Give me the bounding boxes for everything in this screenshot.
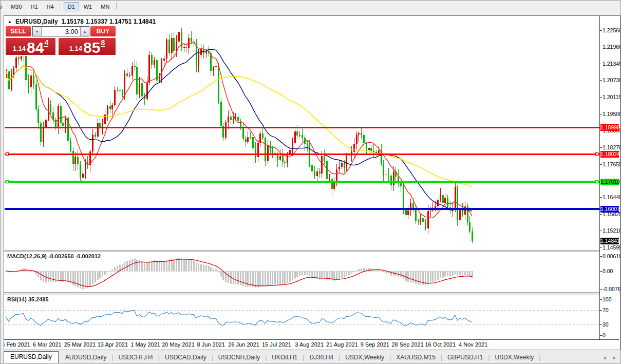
macd-axis-label: -0.00762: [603, 286, 621, 293]
toolbar-separator: [61, 3, 62, 10]
timeframe-button-5[interactable]: 5: [1, 2, 6, 11]
tab-usdx-weekly[interactable]: USDX,Weekly: [490, 352, 538, 363]
chart-window: 1.225601.219601.213451.207301.201151.195…: [4, 15, 620, 350]
volume-increase-icon[interactable]: ▲: [80, 27, 89, 36]
chart-tab-bar: EURUSD,DailyAUDUSD,Daily|USDCHF,H4|USDCA…: [1, 351, 621, 363]
tab-usdcnh-daily[interactable]: USDCNH,Daily: [214, 352, 265, 363]
price-axis-label: 1.20115: [603, 94, 621, 101]
price-level-badge: 1.18024: [600, 151, 619, 158]
date-axis: 16 Feb 20216 Mar 202125 Mar 202113 Apr 2…: [4, 339, 619, 349]
date-axis-label: 16 Feb 2021: [4, 341, 30, 348]
date-axis-label: 3 Aug 2021: [295, 341, 324, 348]
tab-scroll-arrows: ◄ ►: [600, 355, 619, 360]
date-axis-label: 15 Jul 2021: [262, 341, 291, 348]
date-axis-label: 26 Jun 2021: [228, 341, 259, 348]
chart-title: ▲ EURUSD,Daily 1.15178 1.15337 1.14751 1…: [8, 18, 156, 25]
tab-audusd-daily[interactable]: AUDUSD,Daily: [61, 352, 111, 363]
date-axis-label: 8 Jun 2021: [197, 341, 225, 348]
price-axis-label: 1.18270: [603, 144, 621, 151]
price-axis-label: 1.21345: [603, 61, 621, 67]
tab-dj30-h4[interactable]: DJ30,H4: [305, 352, 338, 363]
timeframe-button-h4[interactable]: H4: [43, 2, 58, 11]
sell-price-display[interactable]: 1.14 84 4: [6, 38, 55, 55]
date-axis-label: 9 Sep 2021: [361, 341, 389, 348]
price-level-badge: 1.17010: [600, 179, 619, 185]
date-axis-label: 4 Nov 2021: [459, 341, 487, 348]
tab-usdchf-h4[interactable]: USDCHF,H4: [114, 352, 158, 363]
date-axis-label: 1 May 2021: [130, 341, 160, 348]
timeframe-button-mn[interactable]: MN: [97, 2, 114, 11]
tab-ukoil-h1[interactable]: UKOil,H1: [267, 352, 302, 363]
buy-price-pip: 8: [101, 40, 105, 47]
sell-price-big: 84: [27, 41, 44, 54]
sell-price-prefix: 1.14: [13, 45, 26, 52]
rsi-axis-label: 0: [603, 332, 606, 339]
macd-axis-label: 0.006193: [603, 253, 621, 260]
tab-xauusd-m15[interactable]: XAUUSD,M15: [391, 352, 440, 363]
trading-app-window: 5M30H1H4D1W1MN 1.225601.219601.213451.20…: [0, 0, 621, 364]
price-axis-label: 1.14595: [603, 244, 621, 251]
price-axis-label: 1.19500: [603, 111, 621, 118]
date-axis-label: 13 Apr 2021: [98, 341, 128, 348]
date-axis-label: 25 Mar 2021: [64, 341, 96, 348]
buy-price-display[interactable]: 1.14 85 8: [59, 38, 116, 55]
buy-price-prefix: 1.14: [69, 45, 82, 52]
buy-button[interactable]: BUY: [90, 26, 116, 36]
tab-usdx-weekly[interactable]: USDX,Weekly: [341, 352, 389, 363]
symbol-title: EURUSD,Daily: [15, 18, 58, 25]
price-axis-label: 1.21960: [603, 44, 621, 50]
price-axis-label: 1.22560: [603, 27, 621, 34]
timeframe-button-d1[interactable]: D1: [64, 2, 79, 11]
timeframe-button-w1[interactable]: W1: [80, 2, 97, 11]
date-axis-label: 28 Sep 2021: [391, 341, 423, 348]
volume-input[interactable]: [42, 27, 80, 36]
volume-decrease-icon[interactable]: ▼: [33, 27, 42, 36]
price-level-badge: 1.16007: [600, 206, 619, 213]
timeframe-button-m30[interactable]: M30: [7, 2, 26, 11]
volume-spinner: ▼ ▲: [32, 26, 89, 36]
price-level-badge: 1.14841: [600, 238, 619, 244]
tab-usdcad-daily[interactable]: USDCAD,Daily: [160, 352, 211, 363]
date-axis-label: 6 Mar 2021: [33, 341, 62, 348]
rsi-axis-label: 70: [603, 307, 609, 314]
date-axis-label: 16 Oct 2021: [425, 341, 456, 348]
date-axis-label: 21 Aug 2021: [326, 341, 358, 348]
price-axis-label: 1.20730: [603, 77, 621, 84]
price-axis: 1.225601.219601.213451.207301.201151.195…: [599, 16, 619, 339]
tab-scroll-left-icon[interactable]: ◄: [600, 355, 609, 360]
one-click-trading-panel: SELL ▼ ▲ BUY 1.14 84 4 1.14 85 8: [5, 25, 117, 56]
rsi-indicator-label: RSI(14) 35.2485: [7, 296, 49, 302]
tab-gbpusd-h1[interactable]: GBPUSD,H1: [443, 352, 487, 363]
rsi-axis-label: 30: [603, 321, 609, 328]
sell-price-pip: 4: [44, 40, 48, 47]
ohlc-values: 1.15178 1.15337 1.14751 1.14841: [62, 18, 156, 25]
timeframe-toolbar: 5M30H1H4D1W1MN: [1, 1, 620, 15]
price-level-badge: 1.18998: [600, 124, 619, 131]
buy-price-big: 85: [83, 41, 100, 54]
price-axis-label: 1.16440: [603, 194, 621, 201]
price-axis-label: 1.17655: [603, 161, 621, 168]
sell-button[interactable]: SELL: [6, 26, 31, 36]
timeframe-button-h1[interactable]: H1: [27, 2, 42, 11]
macd-axis-label: 0.00: [603, 268, 613, 275]
toolbar-separator: [116, 3, 117, 10]
tab-eurusd-daily-active[interactable]: EURUSD,Daily: [4, 351, 59, 363]
tab-scroll-right-icon[interactable]: ►: [610, 355, 619, 360]
collapse-panel-icon[interactable]: ▲: [8, 20, 12, 24]
rsi-axis-label: 100: [603, 296, 612, 303]
macd-indicator-label: MACD(12,26,9) -0.002650 -0.002012: [7, 253, 101, 259]
rsi-canvas[interactable]: [5, 295, 599, 339]
date-axis-label: 20 May 2021: [162, 341, 195, 348]
price-axis-label: 1.15210: [603, 227, 621, 234]
tab-separator: |: [538, 354, 541, 363]
